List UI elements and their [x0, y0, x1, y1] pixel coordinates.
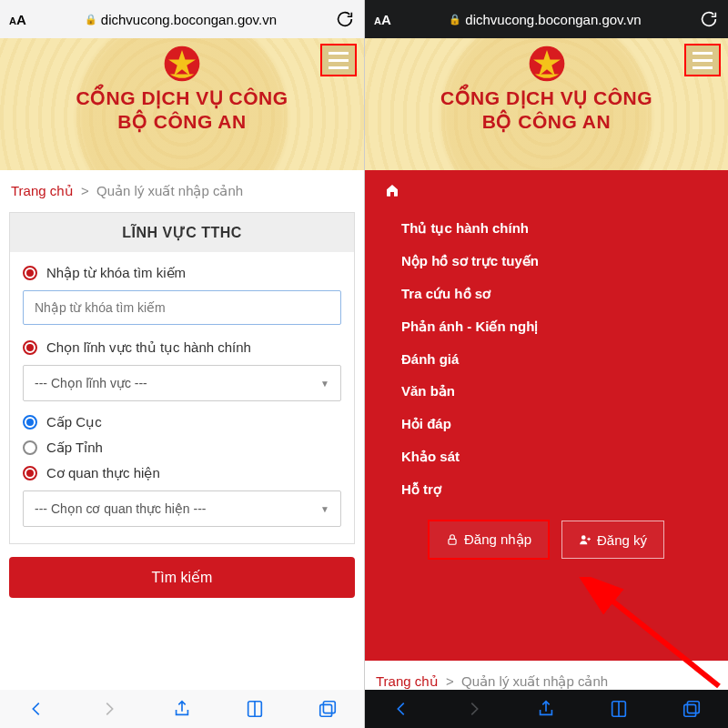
- menu-item-phan-anh[interactable]: Phản ánh - Kiến nghị: [385, 310, 708, 343]
- menu-item-khao-sat[interactable]: Khảo sát: [385, 440, 708, 473]
- svg-rect-3: [320, 704, 332, 716]
- breadcrumb: Trang chủ > Quản lý xuất nhập cảnh: [0, 170, 364, 208]
- url-text: dichvucong.bocongan.gov.vn: [101, 12, 277, 27]
- safari-toolbar: [0, 690, 364, 728]
- svg-rect-2: [323, 702, 335, 713]
- svg-point-7: [581, 535, 586, 540]
- hamburger-button[interactable]: [320, 44, 357, 76]
- back-icon[interactable]: [391, 699, 411, 719]
- menu-item-nop-ho-so[interactable]: Nộp hồ sơ trực tuyến: [385, 245, 708, 278]
- breadcrumb-home[interactable]: Trang chủ: [376, 673, 439, 689]
- back-icon[interactable]: [26, 699, 46, 719]
- menu-item-danh-gia[interactable]: Đánh giá: [385, 343, 708, 375]
- lock-icon: 🔒: [449, 14, 461, 25]
- address-bar[interactable]: 🔒 dichvucong.bocongan.gov.vn: [400, 12, 690, 27]
- field-select[interactable]: --- Chọn lĩnh vực --- ▼: [23, 365, 341, 401]
- address-bar[interactable]: 🔒 dichvucong.bocongan.gov.vn: [35, 12, 326, 27]
- chevron-down-icon: ▼: [320, 379, 329, 389]
- safari-toolbar: [365, 690, 728, 728]
- text-size-button[interactable]: AA: [374, 12, 391, 27]
- site-title-2: BỘ CÔNG AN: [365, 111, 728, 133]
- tabs-icon[interactable]: [682, 699, 702, 719]
- breadcrumb-home[interactable]: Trang chủ: [11, 183, 74, 198]
- reload-icon[interactable]: [699, 9, 719, 29]
- url-text: dichvucong.bocongan.gov.vn: [465, 12, 641, 27]
- menu-item-tra-cuu[interactable]: Tra cứu hồ sơ: [385, 278, 708, 310]
- svg-rect-6: [449, 539, 456, 544]
- menu-item-thu-tuc[interactable]: Thủ tục hành chính: [385, 212, 708, 245]
- menu-item-van-ban[interactable]: Văn bản: [385, 375, 708, 408]
- share-icon[interactable]: [172, 699, 192, 719]
- emblem-icon: [527, 44, 567, 84]
- menu-item-ho-tro[interactable]: Hỗ trợ: [385, 473, 708, 506]
- keyword-input[interactable]: [23, 290, 341, 325]
- nav-menu: Thủ tục hành chính Nộp hồ sơ trực tuyến …: [365, 170, 728, 661]
- text-size-button[interactable]: AA: [9, 12, 26, 27]
- level-cuc-radio[interactable]: Cấp Cục: [23, 414, 341, 430]
- login-button[interactable]: Đăng nhập: [429, 521, 549, 559]
- site-banner: CỔNG DỊCH VỤ CÔNG BỘ CÔNG AN: [0, 38, 364, 170]
- search-button[interactable]: Tìm kiếm: [9, 557, 355, 598]
- bookmarks-icon[interactable]: [609, 699, 629, 719]
- lock-icon: 🔒: [85, 14, 97, 25]
- emblem-icon: [162, 44, 202, 84]
- menu-item-hoi-dap[interactable]: Hỏi đáp: [385, 408, 708, 440]
- site-title-1: CỔNG DỊCH VỤ CÔNG: [0, 87, 364, 109]
- share-icon[interactable]: [536, 699, 556, 719]
- chevron-down-icon: ▼: [320, 504, 329, 514]
- breadcrumb-current: Quản lý xuất nhập cảnh: [96, 183, 243, 198]
- breadcrumb: Trang chủ > Quản lý xuất nhập cảnh: [365, 661, 728, 690]
- bookmarks-icon[interactable]: [245, 699, 265, 719]
- browser-chrome: AA 🔒 dichvucong.bocongan.gov.vn: [0, 0, 364, 38]
- register-button[interactable]: Đăng ký: [561, 521, 664, 559]
- forward-icon: [464, 699, 484, 719]
- radio-icon: [23, 415, 37, 430]
- site-title-1: CỔNG DỊCH VỤ CÔNG: [365, 87, 728, 109]
- radio-icon: [23, 266, 37, 280]
- level-tinh-radio[interactable]: Cấp Tỉnh: [23, 440, 341, 456]
- svg-rect-9: [687, 702, 699, 713]
- forward-icon: [99, 699, 119, 719]
- agency-label[interactable]: Cơ quan thực hiện: [23, 465, 341, 481]
- breadcrumb-current: Quản lý xuất nhập cảnh: [461, 673, 608, 689]
- field-label[interactable]: Chọn lĩnh vực thủ tục hành chính: [23, 339, 341, 356]
- reload-icon[interactable]: [335, 9, 355, 29]
- home-icon[interactable]: [385, 183, 708, 201]
- site-title-2: BỘ CÔNG AN: [0, 111, 364, 133]
- svg-rect-10: [684, 704, 696, 716]
- tabs-icon[interactable]: [318, 699, 338, 719]
- browser-chrome: AA 🔒 dichvucong.bocongan.gov.vn: [365, 0, 728, 38]
- search-panel: LĨNH VỰC TTHC Nhập từ khóa tìm kiếm Chọn…: [9, 212, 355, 544]
- radio-icon: [23, 466, 37, 480]
- site-banner: CỔNG DỊCH VỤ CÔNG BỘ CÔNG AN: [365, 38, 728, 170]
- agency-select[interactable]: --- Chọn cơ quan thực hiện --- ▼: [23, 490, 341, 527]
- keyword-label[interactable]: Nhập từ khóa tìm kiếm: [23, 265, 341, 281]
- hamburger-button[interactable]: [684, 44, 721, 76]
- radio-icon: [23, 340, 37, 355]
- panel-heading: LĨNH VỰC TTHC: [10, 213, 354, 252]
- radio-icon: [23, 440, 37, 455]
